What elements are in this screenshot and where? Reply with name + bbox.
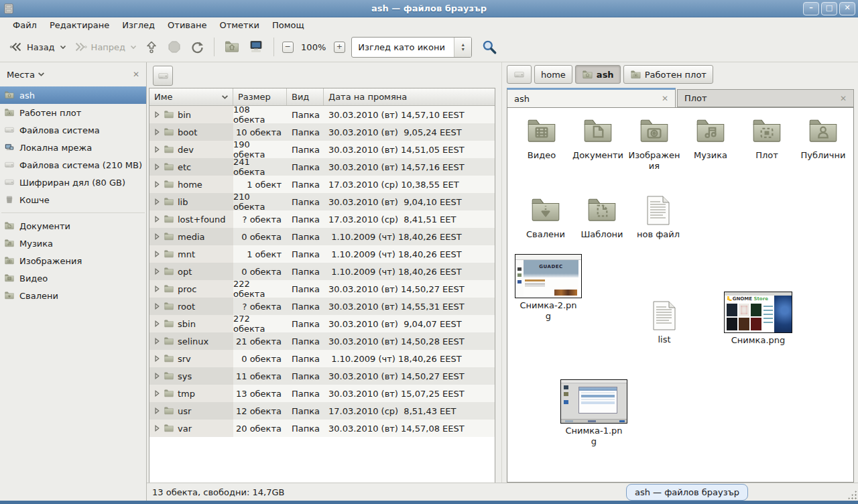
up-button[interactable] xyxy=(140,36,163,58)
table-row[interactable]: bin 108 обекта Папка 30.03.2010 (вт) 14,… xyxy=(149,106,495,123)
table-row[interactable]: selinux 21 обекта Папка 30.03.2010 (вт) … xyxy=(149,332,495,350)
sidebar-item[interactable]: Кошче xyxy=(0,191,146,208)
expander-icon[interactable] xyxy=(154,233,160,240)
expander-icon[interactable] xyxy=(154,355,160,362)
new-file-item[interactable]: нов файл xyxy=(631,194,686,240)
expander-icon[interactable] xyxy=(154,286,160,292)
expander-icon[interactable] xyxy=(154,268,160,275)
sidebar-item[interactable]: Свалени xyxy=(0,287,146,304)
places-header[interactable]: Места xyxy=(7,70,35,80)
expander-icon[interactable] xyxy=(154,303,160,310)
table-row[interactable]: var 20 обекта Папка 30.03.2010 (вт) 14,5… xyxy=(149,420,495,437)
path-desktop-button[interactable]: Работен плот xyxy=(623,65,713,84)
expander-icon[interactable] xyxy=(154,251,160,257)
tab-plot[interactable]: Плот ✕ xyxy=(677,89,854,107)
column-header-type[interactable]: Вид xyxy=(287,88,324,105)
icon-view-folder-item[interactable]: Изображения xyxy=(627,115,682,172)
view-mode-select[interactable]: Изглед като икони ▴▾ xyxy=(351,37,472,58)
tab-close-icon[interactable]: ✕ xyxy=(662,94,668,103)
table-row[interactable]: sys 11 обекта Папка 30.03.2010 (вт) 14,5… xyxy=(149,367,495,385)
table-row[interactable]: root ? обекта Папка 30.03.2010 (вт) 14,5… xyxy=(149,298,495,315)
expander-icon[interactable] xyxy=(154,373,160,379)
zoom-in-button[interactable]: + xyxy=(331,39,347,55)
table-row[interactable]: lib 210 обекта Папка 30.03.2010 (вт) 9,0… xyxy=(149,193,495,210)
back-history-chevron-icon[interactable] xyxy=(60,45,66,50)
table-row[interactable]: mnt 1 обект Папка 1.10.2009 (чт) 18,40,2… xyxy=(149,245,495,263)
close-button[interactable]: ✕ xyxy=(839,2,855,15)
expander-icon[interactable] xyxy=(154,111,160,118)
table-row[interactable]: srv 0 обекта Папка 1.10.2009 (чт) 18,40,… xyxy=(149,350,495,367)
menu-item[interactable]: Файл xyxy=(7,19,44,32)
stop-button[interactable] xyxy=(163,36,186,58)
expander-icon[interactable] xyxy=(154,216,160,223)
expander-icon[interactable] xyxy=(154,146,160,153)
forward-button[interactable]: Напред xyxy=(70,37,140,57)
sidebar-item[interactable]: Локална мрежа xyxy=(0,139,146,156)
menu-item[interactable]: Помощ xyxy=(266,19,311,32)
file-snimka1[interactable]: Снимка-1.png xyxy=(560,379,628,447)
sidebar-item[interactable]: ash xyxy=(0,86,146,104)
tab-close-icon[interactable]: ✕ xyxy=(840,94,847,103)
sidebar-item[interactable]: Изображения xyxy=(0,252,146,269)
maximize-button[interactable]: □ xyxy=(821,2,837,15)
menu-item[interactable]: Отиване xyxy=(162,19,213,32)
path-root-button[interactable] xyxy=(507,65,532,84)
expander-icon[interactable] xyxy=(154,338,160,344)
titlebar[interactable]: ash — файлов браузър – □ ✕ xyxy=(0,0,858,17)
pane-location-button[interactable] xyxy=(153,66,173,86)
icon-view-folder-item[interactable]: Музика xyxy=(683,115,738,172)
column-header-date[interactable]: Дата на промяна xyxy=(324,88,495,105)
table-row[interactable]: etc 241 обекта Папка 30.03.2010 (вт) 14,… xyxy=(149,158,495,176)
icon-view[interactable]: Видео Документи Изображения Музика Плот … xyxy=(507,107,854,483)
file-snimka[interactable]: 🦶GNOME Store Снимка.png xyxy=(723,292,793,346)
sidebar-item[interactable]: Файлова система (210 MB) xyxy=(0,156,146,174)
menu-item[interactable]: Отметки xyxy=(213,19,265,32)
search-button[interactable] xyxy=(477,36,501,58)
sidebar-item[interactable]: Файлова система xyxy=(0,121,146,139)
path-current-button[interactable]: ash xyxy=(575,65,621,84)
table-row[interactable]: home 1 обект Папка 17.03.2010 (ср) 10,38… xyxy=(149,176,495,193)
menu-item[interactable]: Редактиране xyxy=(44,19,116,32)
back-button[interactable]: Назад xyxy=(5,37,70,57)
sidebar-item[interactable]: Шифриран дял (80 GB) xyxy=(0,174,146,191)
sidebar-item[interactable]: Музика xyxy=(0,235,146,252)
tab-ash[interactable]: ash ✕ xyxy=(507,88,676,107)
icon-view-folder-item[interactable]: Документи xyxy=(570,115,625,172)
resize-grip[interactable] xyxy=(847,490,857,499)
column-header-name[interactable]: Име xyxy=(149,88,233,105)
menu-item[interactable]: Изглед xyxy=(116,19,162,32)
downloads-folder-item[interactable]: Свалени xyxy=(518,194,573,240)
sidebar-item[interactable]: Видео xyxy=(0,269,146,287)
expander-icon[interactable] xyxy=(154,164,160,170)
sidebar-item[interactable]: Работен плот xyxy=(0,104,146,121)
table-row[interactable]: opt 0 обекта Папка 1.10.2009 (чт) 18,40,… xyxy=(149,263,495,280)
table-row[interactable]: boot 10 обекта Папка 30.03.2010 (вт) 9,0… xyxy=(149,123,495,141)
templates-folder-item[interactable]: Шаблони xyxy=(574,194,629,240)
expander-icon[interactable] xyxy=(154,320,160,327)
icon-view-folder-item[interactable]: Публични xyxy=(796,115,851,172)
path-home-button[interactable]: home xyxy=(534,65,572,84)
icon-view-folder-item[interactable]: Видео xyxy=(514,115,569,172)
minimize-button[interactable]: – xyxy=(803,2,819,15)
sidebar-item[interactable]: Документи xyxy=(0,217,146,235)
table-row[interactable]: media 0 обекта Папка 1.10.2009 (чт) 18,4… xyxy=(149,228,495,245)
reload-button[interactable] xyxy=(186,36,208,58)
column-header-size[interactable]: Размер xyxy=(233,88,287,105)
expander-icon[interactable] xyxy=(154,425,160,432)
expander-icon[interactable] xyxy=(154,390,160,397)
expander-icon[interactable] xyxy=(154,181,160,188)
computer-button[interactable] xyxy=(244,36,268,58)
table-row[interactable]: sbin 272 обекта Папка 30.03.2010 (вт) 9,… xyxy=(149,315,495,332)
table-row[interactable]: tmp 13 обекта Папка 30.03.2010 (вт) 15,0… xyxy=(149,385,495,402)
home-button[interactable] xyxy=(220,36,244,58)
expander-icon[interactable] xyxy=(154,198,160,205)
places-dropdown-chevron-icon[interactable] xyxy=(38,72,45,77)
file-snimka2[interactable]: GUADEC Снимка-2.png xyxy=(514,254,583,322)
table-row[interactable]: lost+found ? обекта Папка 17.03.2010 (ср… xyxy=(149,210,495,228)
expander-icon[interactable] xyxy=(154,129,160,135)
combo-spinner-icon[interactable]: ▴▾ xyxy=(454,38,471,57)
icon-view-folder-item[interactable]: Плот xyxy=(739,115,794,172)
sidebar-close-icon[interactable]: ✕ xyxy=(133,70,139,79)
table-row[interactable]: proc 222 обекта Папка 30.03.2010 (вт) 14… xyxy=(149,280,495,298)
file-list[interactable]: list xyxy=(641,299,687,345)
